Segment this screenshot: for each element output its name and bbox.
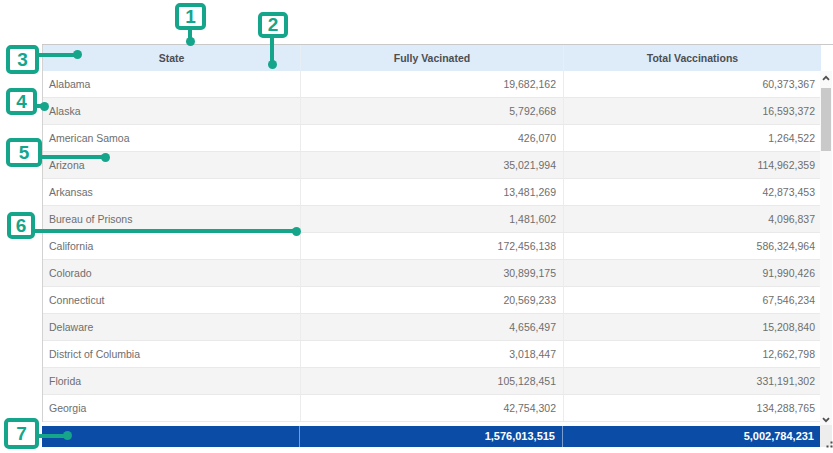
callout-1: 1 — [175, 3, 206, 30]
callout-2-dot — [268, 60, 277, 69]
cell-total-vaccinations: 67,546,234 — [564, 287, 821, 314]
cell-state: District of Columbia — [43, 341, 301, 368]
cell-fully-vacinated: 19,682,162 — [301, 71, 564, 98]
scroll-up-arrow-icon[interactable] — [820, 73, 832, 83]
cell-fully-vacinated: 426,070 — [301, 125, 564, 152]
summary-cell-fully-vacinated: 1,576,013,515 — [300, 426, 563, 447]
cell-state: Alaska — [43, 98, 301, 125]
cell-total-vaccinations: 12,662,798 — [564, 341, 821, 368]
summary-row: 1,576,013,515 5,002,784,231 — [42, 426, 821, 447]
callout-1-dot — [186, 37, 195, 46]
cell-fully-vacinated: 4,656,497 — [301, 314, 564, 341]
callout-4: 4 — [6, 88, 37, 115]
cell-state: Florida — [43, 368, 301, 395]
callout-5: 5 — [6, 138, 42, 167]
table-row[interactable]: Alabama 19,682,162 60,373,367 — [43, 71, 821, 98]
cell-total-vaccinations: 114,962,359 — [564, 152, 821, 179]
cell-fully-vacinated: 5,792,668 — [301, 98, 564, 125]
cell-state: Arkansas — [43, 179, 301, 206]
callout-5-line — [38, 155, 104, 159]
callout-2-line — [270, 38, 274, 61]
cell-total-vaccinations: 586,324,964 — [564, 233, 821, 260]
cell-fully-vacinated: 3,018,447 — [301, 341, 564, 368]
scrollbar-thumb[interactable] — [821, 88, 831, 151]
cell-state: Delaware — [43, 314, 301, 341]
callout-3-line — [34, 53, 78, 57]
cell-total-vaccinations: 16,593,372 — [564, 98, 821, 125]
callout-7: 7 — [4, 418, 39, 449]
cell-state: Colorado — [43, 260, 301, 287]
cell-fully-vacinated: 13,481,269 — [301, 179, 564, 206]
table-row[interactable]: District of Columbia 3,018,447 12,662,79… — [43, 341, 821, 368]
table-row[interactable]: Arkansas 13,481,269 42,873,453 — [43, 179, 821, 206]
cell-state: American Samoa — [43, 125, 301, 152]
callout-7-dot — [63, 431, 72, 440]
cell-fully-vacinated: 20,569,233 — [301, 287, 564, 314]
summary-cell-total-vaccinations: 5,002,784,231 — [563, 426, 820, 447]
summary-cell-state — [42, 426, 300, 447]
column-header-fully-vacinated[interactable]: Fully Vacinated — [301, 45, 564, 71]
cell-fully-vacinated: 35,021,994 — [301, 152, 564, 179]
cell-state: Alabama — [43, 71, 301, 98]
callout-6-dot — [292, 227, 301, 236]
callout-3-dot — [73, 50, 82, 59]
cell-total-vaccinations: 134,288,765 — [564, 395, 821, 422]
cell-fully-vacinated: 172,456,138 — [301, 233, 564, 260]
cell-total-vaccinations: 60,373,367 — [564, 71, 821, 98]
cell-total-vaccinations: 15,208,840 — [564, 314, 821, 341]
column-header-state[interactable]: State — [43, 45, 301, 71]
resize-grip-icon[interactable] — [826, 441, 833, 448]
cell-total-vaccinations: 91,990,426 — [564, 260, 821, 287]
cell-total-vaccinations: 42,873,453 — [564, 179, 821, 206]
table-row[interactable]: Arizona 35,021,994 114,962,359 — [43, 152, 821, 179]
table-row[interactable]: California 172,456,138 586,324,964 — [43, 233, 821, 260]
cell-total-vaccinations: 1,264,522 — [564, 125, 821, 152]
page: State Fully Vacinated Total Vaccinations… — [0, 0, 833, 453]
column-header-total-vaccinations[interactable]: Total Vaccinations — [564, 45, 821, 71]
vertical-scrollbar[interactable] — [820, 71, 832, 425]
table-row[interactable]: Georgia 42,754,302 134,288,765 — [43, 395, 821, 422]
cell-state: Georgia — [43, 395, 301, 422]
callout-7-line — [35, 434, 66, 438]
cell-state: California — [43, 233, 301, 260]
cell-total-vaccinations: 4,096,837 — [564, 206, 821, 233]
cell-fully-vacinated: 105,128,451 — [301, 368, 564, 395]
scroll-down-arrow-icon[interactable] — [820, 415, 832, 425]
callout-4-dot — [40, 102, 49, 111]
cell-state: Connecticut — [43, 287, 301, 314]
cell-total-vaccinations: 331,191,302 — [564, 368, 821, 395]
table-row[interactable]: Connecticut 20,569,233 67,546,234 — [43, 287, 821, 314]
callout-3: 3 — [6, 45, 39, 74]
table-row[interactable]: Alaska 5,792,668 16,593,372 — [43, 98, 821, 125]
table-widget: State Fully Vacinated Total Vaccinations… — [42, 44, 833, 447]
callout-5-dot — [101, 153, 110, 162]
cell-fully-vacinated: 42,754,302 — [301, 395, 564, 422]
cell-fully-vacinated: 30,899,175 — [301, 260, 564, 287]
table-header-row: State Fully Vacinated Total Vaccinations — [42, 45, 821, 71]
callout-6-line — [34, 229, 294, 233]
callout-2: 2 — [258, 12, 288, 38]
table-row[interactable]: Florida 105,128,451 331,191,302 — [43, 368, 821, 395]
table-row[interactable]: American Samoa 426,070 1,264,522 — [43, 125, 821, 152]
table-row[interactable]: Colorado 30,899,175 91,990,426 — [43, 260, 821, 287]
table-body: Alabama 19,682,162 60,373,367 Alaska 5,7… — [42, 71, 821, 422]
table-row[interactable]: Delaware 4,656,497 15,208,840 — [43, 314, 821, 341]
callout-6: 6 — [7, 212, 35, 239]
cell-fully-vacinated: 1,481,602 — [301, 206, 564, 233]
